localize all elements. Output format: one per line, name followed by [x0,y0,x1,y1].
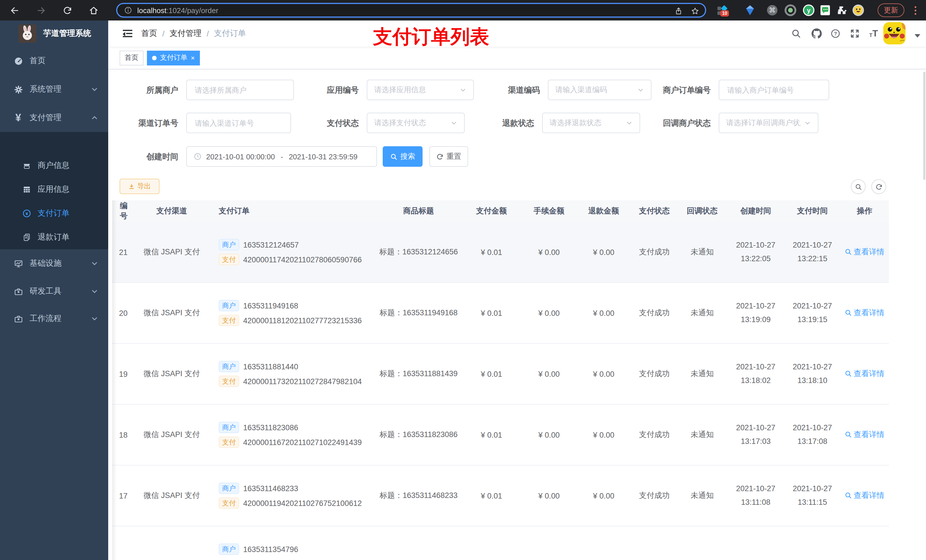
cell-fee: ¥ 0.00 [522,370,576,378]
view-detail-link[interactable]: 查看详情 [844,247,884,257]
document-copy-icon [21,231,33,244]
breadcrumb-current: 支付订单 [214,29,246,39]
chevron-down-icon [460,86,466,93]
channel-order-no-input[interactable] [186,113,291,133]
download-icon [128,183,135,190]
browser-menu-kebab-icon[interactable] [911,4,919,17]
cell-action: 查看详情 [840,491,889,501]
svg-text:⌘: ⌘ [769,6,776,14]
channel-code-select[interactable]: 请输入渠道编码 [548,80,652,100]
browser-back-icon[interactable] [8,3,21,17]
extension-command-icon[interactable]: ⌘ [765,3,780,18]
refund-status-select[interactable]: 请选择退款状态 [542,113,640,133]
sidebar-item-app-info[interactable]: 应用信息 [0,178,108,201]
cell-id: 19 [112,370,130,378]
filter-label-channel-order-no: 渠道订单号 [110,113,178,133]
navbar: 首页 / 支付管理 / 支付订单 支付订单列表 ? [108,21,926,47]
cell-refund: ¥ 0.00 [576,370,631,378]
toggle-search-button[interactable] [851,179,865,194]
create-time-range-picker[interactable]: 2021-10-01 00:00:00 - 2021-10-31 23:59:5… [186,146,377,167]
sidebar-item-system[interactable]: 系统管理 [0,75,108,104]
cell-title: 标题：1635312124656 [376,247,461,257]
breadcrumb-payment[interactable]: 支付管理 [170,29,201,39]
page-scrollbar[interactable] [923,72,925,180]
sidebar-item-home[interactable]: 首页 [0,47,108,75]
clock-icon [194,152,201,160]
address-bar[interactable]: localhost:1024/pay/order [116,3,706,18]
pay-order-no: 4200001174202110278060590766 [243,255,362,264]
chevron-down-icon [91,288,98,295]
share-icon[interactable] [674,6,683,15]
svg-text:?: ? [834,31,837,36]
site-info-icon[interactable] [124,6,132,14]
sidebar-item-refund-order[interactable]: 退款订单 [0,225,108,249]
header-search-icon[interactable] [790,27,802,40]
sidebar-item-workflow[interactable]: 工作流程 [0,305,108,332]
fullscreen-icon[interactable] [849,27,861,40]
pay-status-select[interactable]: 请选择支付状态 [367,113,465,133]
cell-pay-time: 2021-10-27 13:22:15 [785,238,840,266]
extension-chat-icon[interactable] [818,3,832,18]
reset-button[interactable]: 重置 [430,146,468,167]
sidebar-logo[interactable]: 芋道管理系统 [0,21,108,47]
breadcrumb-home[interactable]: 首页 [141,29,157,39]
cell-create-time: 2021-10-27 13:22:05 [727,238,785,266]
sidebar-collapse-icon[interactable] [122,28,133,39]
cell-fee: ¥ 0.00 [522,430,576,439]
page-content: 所属商户 应用编号 请选择应用信息 渠道编码 请输入渠道编码 商户订单编号 [108,69,926,560]
sidebar-item-dev-tools[interactable]: 研发工具 [0,278,108,305]
search-icon [390,153,398,160]
merchant-input[interactable] [186,80,294,100]
refresh-table-button[interactable] [872,179,886,194]
tab-pay-order[interactable]: 支付订单 × [147,50,200,65]
cell-channel: 微信 JSAPI 支付 [130,491,213,501]
app-id-select[interactable]: 请选择应用信息 [367,80,474,100]
app-title: 芋道管理系统 [43,29,91,39]
view-detail-link[interactable]: 查看详情 [844,491,884,501]
extension-sketch-icon[interactable] [743,3,757,18]
export-button[interactable]: 导出 [120,179,159,194]
logo-bunny-icon [18,24,36,43]
view-detail-link[interactable]: 查看详情 [844,369,884,379]
help-icon[interactable]: ? [829,27,842,40]
cell-channel: 微信 JSAPI 支付 [130,247,213,257]
sidebar-item-infrastructure[interactable]: 基础设施 [0,249,108,278]
view-detail-link[interactable]: 查看详情 [844,430,884,440]
merchant-order-no-input[interactable] [719,80,829,100]
sidebar-item-payment[interactable]: ¥ 支付管理 [0,104,108,132]
view-detail-link[interactable]: 查看详情 [844,308,884,318]
avatar-caret-icon[interactable] [915,34,920,38]
browser-home-icon[interactable] [86,3,100,17]
extension-yudao-icon[interactable]: y [801,3,816,18]
tab-home[interactable]: 首页 [120,50,144,65]
filter-label-create-time: 创建时间 [110,146,178,167]
browser-reload-icon[interactable] [61,3,74,17]
chevron-down-icon [804,119,811,126]
cell-fee: ¥ 0.00 [522,491,576,500]
sidebar-item-pay-order[interactable]: ¥ 支付订单 [0,201,108,225]
sidebar-item-merchant-info[interactable]: 商户信息 [0,154,108,178]
pay-tag: 支付 [219,315,239,326]
search-icon [844,431,852,438]
user-avatar[interactable] [883,22,905,44]
cell-id: 17 [112,491,130,500]
font-size-icon[interactable]: TT [867,27,880,40]
cell-id: 18 [112,430,130,439]
refresh-icon [436,153,443,160]
extension-tasks-icon[interactable]: 10 [715,3,729,18]
github-icon[interactable] [810,27,823,40]
cell-pay-status: 支付成功 [631,369,678,379]
gear-icon [11,83,25,96]
bookmark-star-icon[interactable] [691,6,699,15]
browser-forward-icon[interactable] [34,3,48,17]
browser-profile-avatar[interactable] [851,3,865,18]
search-button[interactable]: 搜索 [383,146,422,167]
tab-close-icon[interactable]: × [191,54,195,61]
browser-extensions-puzzle-icon[interactable] [834,3,849,18]
cell-order-numbers: 商户 1635311468233 支付 42000011942021102767… [213,479,376,512]
browser-update-button[interactable]: 更新 [878,3,904,17]
breadcrumb: 首页 / 支付管理 / 支付订单 [141,21,246,47]
pay-order-table: 编号 支付渠道 支付订单 商品标题 支付金额 手续金额 退款金额 支付状态 回调… [112,200,889,560]
notify-status-select[interactable]: 请选择订单回调商户状态 [719,113,819,133]
extension-recorder-icon[interactable] [783,3,798,18]
